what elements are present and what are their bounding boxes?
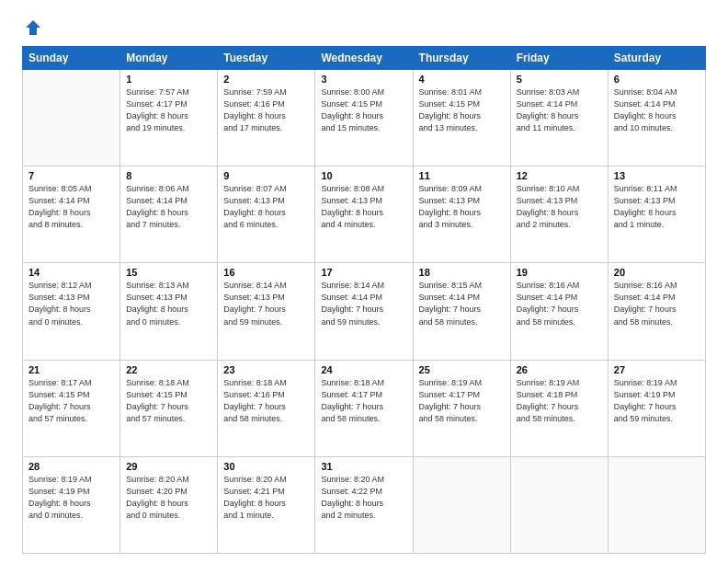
day-cell: 18Sunrise: 8:15 AMSunset: 4:14 PMDayligh…	[413, 263, 510, 360]
day-cell	[23, 70, 120, 167]
day-info: Sunrise: 7:57 AMSunset: 4:17 PMDaylight:…	[126, 86, 211, 134]
day-cell: 24Sunrise: 8:18 AMSunset: 4:17 PMDayligh…	[315, 360, 413, 456]
day-cell: 23Sunrise: 8:18 AMSunset: 4:16 PMDayligh…	[218, 360, 315, 456]
day-number: 18	[419, 267, 505, 278]
day-info: Sunrise: 7:59 AMSunset: 4:16 PMDaylight:…	[223, 86, 309, 134]
day-info: Sunrise: 8:14 AMSunset: 4:14 PMDaylight:…	[321, 280, 406, 327]
day-number: 3	[321, 74, 406, 85]
day-number: 22	[126, 364, 211, 375]
day-info: Sunrise: 8:13 AMSunset: 4:13 PMDaylight:…	[126, 280, 211, 327]
day-number: 25	[419, 364, 505, 375]
week-row-1: 1Sunrise: 7:57 AMSunset: 4:17 PMDaylight…	[23, 70, 706, 167]
day-cell: 8Sunrise: 8:06 AMSunset: 4:14 PMDaylight…	[120, 167, 218, 263]
header-friday: Friday	[510, 47, 608, 70]
day-info: Sunrise: 8:20 AMSunset: 4:22 PMDaylight:…	[321, 474, 406, 522]
day-cell: 2Sunrise: 7:59 AMSunset: 4:16 PMDaylight…	[218, 70, 315, 167]
day-info: Sunrise: 8:14 AMSunset: 4:13 PMDaylight:…	[223, 280, 309, 327]
day-number: 28	[28, 461, 114, 472]
day-info: Sunrise: 8:06 AMSunset: 4:14 PMDaylight:…	[126, 183, 211, 231]
day-number: 11	[419, 170, 505, 181]
day-number: 10	[321, 170, 406, 181]
day-cell: 1Sunrise: 7:57 AMSunset: 4:17 PMDaylight…	[120, 70, 218, 167]
header-sunday: Sunday	[23, 47, 120, 70]
day-cell: 3Sunrise: 8:00 AMSunset: 4:15 PMDaylight…	[315, 70, 413, 167]
day-cell: 15Sunrise: 8:13 AMSunset: 4:13 PMDayligh…	[120, 263, 218, 360]
day-info: Sunrise: 8:19 AMSunset: 4:18 PMDaylight:…	[517, 377, 602, 425]
day-info: Sunrise: 8:18 AMSunset: 4:17 PMDaylight:…	[321, 377, 406, 425]
day-number: 13	[614, 170, 700, 181]
logo-icon	[24, 18, 42, 37]
day-info: Sunrise: 8:12 AMSunset: 4:13 PMDaylight:…	[28, 280, 114, 327]
day-cell	[413, 456, 510, 553]
day-cell: 13Sunrise: 8:11 AMSunset: 4:13 PMDayligh…	[608, 167, 705, 263]
day-cell: 14Sunrise: 8:12 AMSunset: 4:13 PMDayligh…	[23, 263, 120, 360]
day-number: 15	[126, 267, 211, 278]
day-info: Sunrise: 8:07 AMSunset: 4:13 PMDaylight:…	[223, 183, 309, 231]
day-info: Sunrise: 8:18 AMSunset: 4:16 PMDaylight:…	[223, 377, 309, 425]
day-number: 14	[28, 267, 114, 278]
day-number: 29	[126, 461, 211, 472]
day-info: Sunrise: 8:05 AMSunset: 4:14 PMDaylight:…	[28, 183, 114, 231]
day-info: Sunrise: 8:19 AMSunset: 4:17 PMDaylight:…	[419, 377, 505, 425]
week-row-4: 21Sunrise: 8:17 AMSunset: 4:15 PMDayligh…	[23, 360, 706, 456]
calendar-table: SundayMondayTuesdayWednesdayThursdayFrid…	[22, 46, 706, 554]
day-info: Sunrise: 8:19 AMSunset: 4:19 PMDaylight:…	[614, 377, 700, 425]
day-info: Sunrise: 8:04 AMSunset: 4:14 PMDaylight:…	[614, 86, 700, 134]
day-cell	[608, 456, 705, 553]
day-number: 9	[223, 170, 309, 181]
day-cell: 16Sunrise: 8:14 AMSunset: 4:13 PMDayligh…	[218, 263, 315, 360]
day-cell: 17Sunrise: 8:14 AMSunset: 4:14 PMDayligh…	[315, 263, 413, 360]
header-tuesday: Tuesday	[218, 47, 315, 70]
day-info: Sunrise: 8:03 AMSunset: 4:14 PMDaylight:…	[517, 86, 602, 134]
day-number: 31	[321, 461, 406, 472]
day-number: 26	[517, 364, 602, 375]
day-cell: 22Sunrise: 8:18 AMSunset: 4:15 PMDayligh…	[120, 360, 218, 456]
day-cell: 30Sunrise: 8:20 AMSunset: 4:21 PMDayligh…	[218, 456, 315, 553]
day-info: Sunrise: 8:16 AMSunset: 4:14 PMDaylight:…	[517, 280, 602, 327]
day-info: Sunrise: 8:08 AMSunset: 4:13 PMDaylight:…	[321, 183, 406, 231]
day-info: Sunrise: 8:18 AMSunset: 4:15 PMDaylight:…	[126, 377, 211, 425]
day-cell: 29Sunrise: 8:20 AMSunset: 4:20 PMDayligh…	[120, 456, 218, 553]
week-row-2: 7Sunrise: 8:05 AMSunset: 4:14 PMDaylight…	[23, 167, 706, 263]
day-info: Sunrise: 8:19 AMSunset: 4:19 PMDaylight:…	[28, 474, 114, 522]
day-info: Sunrise: 8:11 AMSunset: 4:13 PMDaylight:…	[614, 183, 700, 231]
day-number: 2	[223, 74, 309, 85]
day-number: 4	[419, 74, 505, 85]
week-row-3: 14Sunrise: 8:12 AMSunset: 4:13 PMDayligh…	[23, 263, 706, 360]
day-number: 1	[126, 74, 211, 85]
day-number: 12	[517, 170, 602, 181]
day-cell: 4Sunrise: 8:01 AMSunset: 4:15 PMDaylight…	[413, 70, 510, 167]
day-cell: 9Sunrise: 8:07 AMSunset: 4:13 PMDaylight…	[218, 167, 315, 263]
day-number: 30	[223, 461, 309, 472]
day-number: 27	[614, 364, 700, 375]
day-number: 24	[321, 364, 406, 375]
week-row-5: 28Sunrise: 8:19 AMSunset: 4:19 PMDayligh…	[23, 456, 706, 553]
day-cell: 21Sunrise: 8:17 AMSunset: 4:15 PMDayligh…	[23, 360, 120, 456]
day-cell: 20Sunrise: 8:16 AMSunset: 4:14 PMDayligh…	[608, 263, 705, 360]
day-info: Sunrise: 8:15 AMSunset: 4:14 PMDaylight:…	[419, 280, 505, 327]
header	[22, 18, 706, 37]
day-number: 23	[223, 364, 309, 375]
day-cell: 11Sunrise: 8:09 AMSunset: 4:13 PMDayligh…	[413, 167, 510, 263]
day-info: Sunrise: 8:20 AMSunset: 4:20 PMDaylight:…	[126, 474, 211, 522]
calendar-header-row: SundayMondayTuesdayWednesdayThursdayFrid…	[23, 47, 706, 70]
day-number: 17	[321, 267, 406, 278]
day-cell: 7Sunrise: 8:05 AMSunset: 4:14 PMDaylight…	[23, 167, 120, 263]
logo	[22, 18, 42, 37]
day-number: 7	[28, 170, 114, 181]
header-wednesday: Wednesday	[315, 47, 413, 70]
day-number: 20	[614, 267, 700, 278]
day-number: 16	[223, 267, 309, 278]
day-cell: 19Sunrise: 8:16 AMSunset: 4:14 PMDayligh…	[510, 263, 608, 360]
day-cell: 27Sunrise: 8:19 AMSunset: 4:19 PMDayligh…	[608, 360, 705, 456]
day-info: Sunrise: 8:16 AMSunset: 4:14 PMDaylight:…	[614, 280, 700, 327]
day-info: Sunrise: 8:10 AMSunset: 4:13 PMDaylight:…	[517, 183, 602, 231]
day-cell: 31Sunrise: 8:20 AMSunset: 4:22 PMDayligh…	[315, 456, 413, 553]
day-cell: 10Sunrise: 8:08 AMSunset: 4:13 PMDayligh…	[315, 167, 413, 263]
day-number: 21	[28, 364, 114, 375]
day-info: Sunrise: 8:17 AMSunset: 4:15 PMDaylight:…	[28, 377, 114, 425]
header-monday: Monday	[120, 47, 218, 70]
day-info: Sunrise: 8:00 AMSunset: 4:15 PMDaylight:…	[321, 86, 406, 134]
day-cell: 28Sunrise: 8:19 AMSunset: 4:19 PMDayligh…	[23, 456, 120, 553]
header-saturday: Saturday	[608, 47, 705, 70]
